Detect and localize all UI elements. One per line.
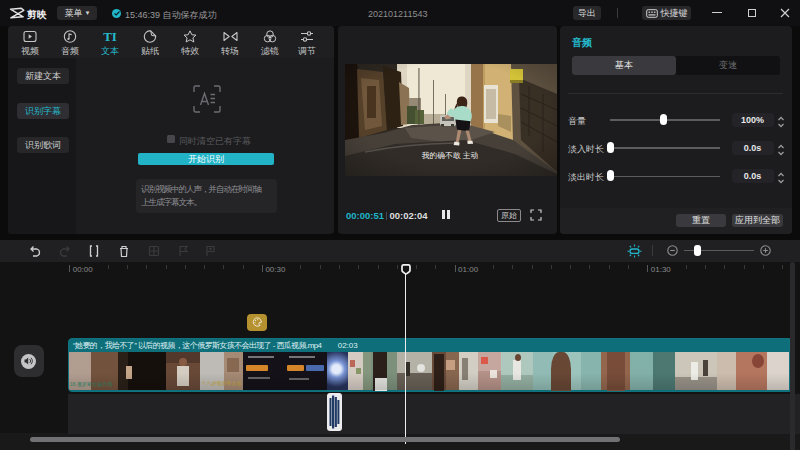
svg-text:我的确不敢 主动: 我的确不敢 主动 (422, 151, 479, 160)
